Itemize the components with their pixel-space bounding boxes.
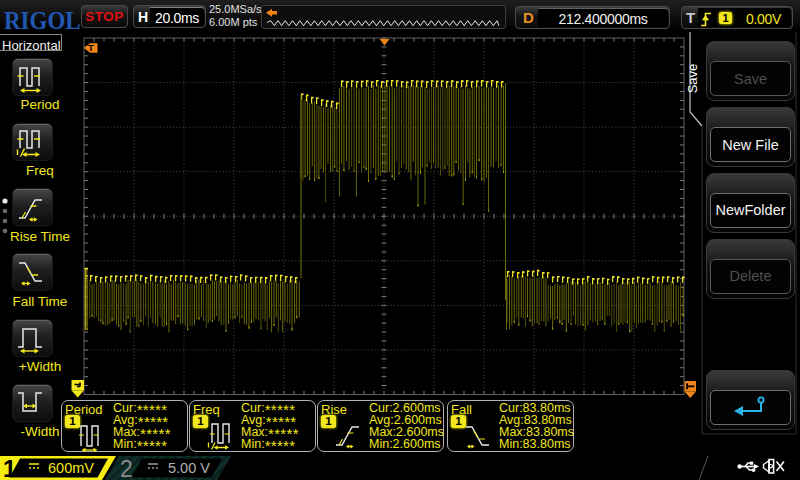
svg-text:2: 2 (120, 456, 133, 480)
svg-text:5.00 V: 5.00 V (168, 460, 210, 476)
svg-text:T: T (88, 42, 94, 53)
svg-text:600mV: 600mV (48, 460, 94, 476)
